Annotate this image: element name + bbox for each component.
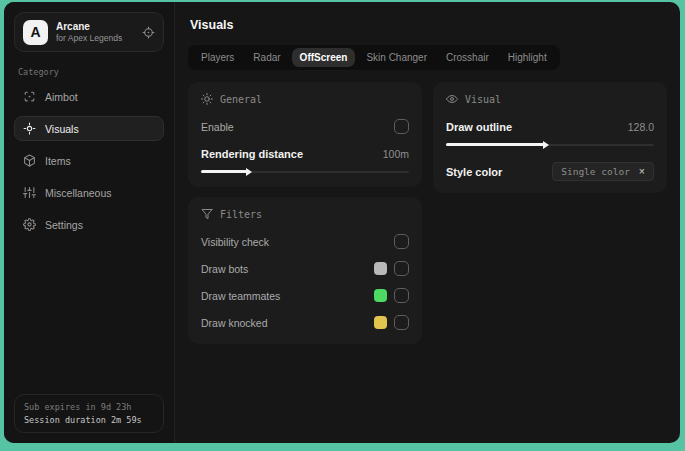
category-label: Category bbox=[18, 67, 160, 77]
general-panel: General Enable Rendering distance 100m bbox=[188, 82, 422, 187]
visibility-check-checkbox[interactable] bbox=[394, 234, 409, 249]
draw-teammates-row: Draw teammates bbox=[201, 285, 409, 306]
rendering-distance-slider[interactable] bbox=[201, 167, 409, 176]
enable-row: Enable bbox=[201, 116, 409, 137]
slider-fill[interactable] bbox=[446, 143, 544, 146]
draw-outline-label: Draw outline bbox=[446, 121, 512, 133]
draw-bots-label: Draw bots bbox=[201, 263, 248, 275]
app-window: A Arcane for Apex Legends Category Aimbo bbox=[4, 2, 680, 443]
brand-name: Arcane bbox=[56, 21, 122, 32]
left-column: General Enable Rendering distance 100m bbox=[188, 82, 422, 344]
sun-icon bbox=[201, 93, 213, 105]
cube-icon bbox=[23, 154, 36, 167]
panel-title: Visual bbox=[465, 94, 501, 105]
draw-knocked-row: Draw knocked bbox=[201, 312, 409, 333]
draw-bots-row: Draw bots bbox=[201, 258, 409, 279]
filters-panel: Filters Visibility check Draw bots bbox=[188, 197, 422, 344]
main-content: Visuals Players Radar OffScreen Skin Cha… bbox=[175, 2, 680, 443]
brand-logo: A bbox=[23, 20, 48, 45]
sub-expires-text: Sub expires in 9d 23h bbox=[24, 402, 154, 412]
style-color-row: Style color Single color × bbox=[446, 161, 654, 182]
draw-teammates-checkbox[interactable] bbox=[394, 288, 409, 303]
slider-fill[interactable] bbox=[201, 170, 247, 173]
tab-highlight[interactable]: Highlight bbox=[500, 48, 555, 67]
draw-bots-checkbox[interactable] bbox=[394, 261, 409, 276]
eye-icon bbox=[446, 93, 458, 105]
filters-panel-header: Filters bbox=[201, 208, 409, 220]
sidebar-item-label: Settings bbox=[45, 219, 83, 231]
gear-icon bbox=[23, 218, 36, 231]
sidebar-item-items[interactable]: Items bbox=[14, 148, 164, 173]
draw-knocked-checkbox[interactable] bbox=[394, 315, 409, 330]
crosshair-scan-icon bbox=[23, 90, 36, 103]
panel-title: Filters bbox=[220, 209, 262, 220]
tab-offscreen[interactable]: OffScreen bbox=[292, 48, 356, 67]
panel-title: General bbox=[220, 94, 262, 105]
sliders-icon bbox=[23, 186, 36, 199]
draw-outline-row: Draw outline 128.0 bbox=[446, 116, 654, 137]
sidebar: A Arcane for Apex Legends Category Aimbo bbox=[4, 2, 175, 443]
sidebar-item-miscellaneous[interactable]: Miscellaneous bbox=[14, 180, 164, 205]
general-panel-header: General bbox=[201, 93, 409, 105]
rendering-distance-row: Rendering distance 100m bbox=[201, 143, 409, 164]
sidebar-item-label: Miscellaneous bbox=[45, 187, 112, 199]
enable-checkbox[interactable] bbox=[394, 119, 409, 134]
right-column: Visual Draw outline 128.0 Style color Si… bbox=[433, 82, 667, 193]
brand-subtitle: for Apex Legends bbox=[56, 33, 122, 43]
sidebar-item-label: Visuals bbox=[45, 123, 79, 135]
sidebar-item-label: Items bbox=[45, 155, 71, 167]
panel-columns: General Enable Rendering distance 100m bbox=[188, 82, 667, 344]
funnel-icon bbox=[201, 208, 213, 220]
rendering-distance-label: Rendering distance bbox=[201, 148, 303, 160]
brand-card: A Arcane for Apex Legends bbox=[14, 12, 164, 52]
style-color-select[interactable]: Single color × bbox=[552, 162, 654, 181]
visibility-check-row: Visibility check bbox=[201, 231, 409, 252]
draw-teammates-label: Draw teammates bbox=[201, 290, 280, 302]
sidebar-item-aimbot[interactable]: Aimbot bbox=[14, 84, 164, 109]
visual-panel-header: Visual bbox=[446, 93, 654, 105]
draw-outline-slider[interactable] bbox=[446, 140, 654, 149]
sidebar-item-label: Aimbot bbox=[45, 91, 78, 103]
brand-text: Arcane for Apex Legends bbox=[56, 21, 122, 43]
sidebar-item-settings[interactable]: Settings bbox=[14, 212, 164, 237]
tab-players[interactable]: Players bbox=[193, 48, 242, 67]
sidebar-item-visuals[interactable]: Visuals bbox=[14, 116, 164, 141]
draw-knocked-color-swatch[interactable] bbox=[374, 316, 387, 329]
page-title: Visuals bbox=[190, 18, 667, 32]
enable-label: Enable bbox=[201, 121, 234, 133]
rendering-distance-value: 100m bbox=[383, 148, 409, 160]
draw-outline-value: 128.0 bbox=[628, 121, 654, 133]
visibility-check-label: Visibility check bbox=[201, 236, 269, 248]
tab-radar[interactable]: Radar bbox=[245, 48, 288, 67]
draw-bots-color-swatch[interactable] bbox=[374, 262, 387, 275]
style-color-label: Style color bbox=[446, 166, 502, 178]
subscription-info-card: Sub expires in 9d 23h Session duration 2… bbox=[14, 394, 164, 433]
session-duration-text: Session duration 2m 59s bbox=[24, 415, 154, 425]
draw-knocked-label: Draw knocked bbox=[201, 317, 268, 329]
close-icon[interactable]: × bbox=[639, 166, 645, 177]
tab-crosshair[interactable]: Crosshair bbox=[438, 48, 497, 67]
focus-icon bbox=[23, 122, 36, 135]
draw-teammates-color-swatch[interactable] bbox=[374, 289, 387, 302]
visual-panel: Visual Draw outline 128.0 Style color Si… bbox=[433, 82, 667, 193]
tab-skin-changer[interactable]: Skin Changer bbox=[358, 48, 435, 67]
style-color-selected-value: Single color bbox=[561, 166, 630, 177]
tab-bar: Players Radar OffScreen Skin Changer Cro… bbox=[188, 45, 560, 70]
target-icon[interactable] bbox=[142, 26, 155, 39]
